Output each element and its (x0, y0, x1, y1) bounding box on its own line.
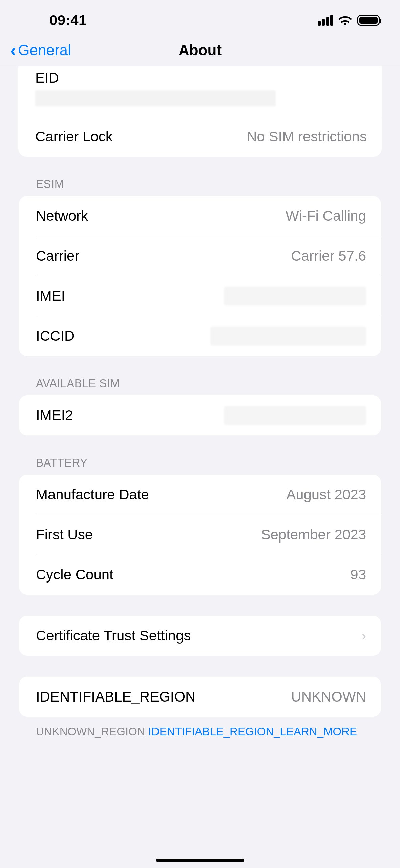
network-value: Wi-Fi Calling (286, 208, 366, 224)
region-footer-prefix: UNKNOWN_REGION (36, 725, 148, 738)
row-network[interactable]: Network Wi-Fi Calling (19, 196, 381, 236)
imei2-label: IMEI2 (36, 407, 73, 423)
about-group-top: EID Carrier Lock No SIM restrictions (18, 66, 382, 157)
status-indicators (318, 15, 380, 26)
chevron-left-icon: ‹ (10, 41, 16, 59)
region-label: IDENTIFIABLE_REGION (36, 689, 195, 705)
home-indicator[interactable] (156, 859, 244, 862)
wifi-icon (338, 15, 352, 25)
group-available-sim: IMEI2 (19, 395, 381, 435)
section-header-battery: BATTERY (19, 435, 381, 475)
group-region: IDENTIFIABLE_REGION UNKNOWN (19, 677, 381, 717)
carrier-label: Carrier (36, 248, 79, 264)
row-eid[interactable]: EID (18, 66, 382, 117)
group-battery: Manufacture Date August 2023 First Use S… (19, 475, 381, 595)
nav-header: ‹ General About (0, 37, 400, 66)
cycle-count-value: 93 (350, 567, 366, 583)
certificate-trust-label: Certificate Trust Settings (36, 628, 191, 644)
status-time: 09:41 (49, 12, 87, 28)
group-esim: Network Wi-Fi Calling Carrier Carrier 57… (19, 196, 381, 356)
row-carrier[interactable]: Carrier Carrier 57.6 (19, 236, 381, 276)
cellular-signal-icon (318, 15, 333, 26)
section-header-available-sim: AVAILABLE SIM (19, 356, 381, 395)
cycle-count-label: Cycle Count (36, 567, 113, 583)
region-learn-more-link[interactable]: IDENTIFIABLE_REGION_LEARN_MORE (148, 725, 357, 738)
row-imei[interactable]: IMEI (19, 276, 381, 316)
region-value: UNKNOWN (291, 689, 366, 705)
imei2-value-redacted (224, 406, 366, 425)
manufacture-date-label: Manufacture Date (36, 487, 149, 503)
region-footer: UNKNOWN_REGION IDENTIFIABLE_REGION_LEARN… (19, 717, 381, 740)
first-use-label: First Use (36, 527, 93, 543)
back-button[interactable]: ‹ General (10, 41, 71, 59)
row-identifiable-region[interactable]: IDENTIFIABLE_REGION UNKNOWN (19, 677, 381, 717)
content: EID Carrier Lock No SIM restrictions ESI… (0, 66, 400, 760)
imei-label: IMEI (36, 288, 65, 304)
back-label: General (18, 42, 71, 59)
carrier-value: Carrier 57.6 (291, 248, 366, 264)
row-carrier-lock[interactable]: Carrier Lock No SIM restrictions (18, 117, 382, 157)
imei-value-redacted (224, 287, 366, 305)
first-use-value: September 2023 (261, 527, 366, 543)
iccid-value-redacted (210, 327, 366, 346)
row-cycle-count[interactable]: Cycle Count 93 (19, 555, 381, 595)
eid-value-redacted (35, 90, 276, 106)
eid-label: EID (35, 70, 59, 86)
manufacture-date-value: August 2023 (286, 487, 366, 503)
network-label: Network (36, 208, 88, 224)
battery-icon (357, 15, 380, 26)
iccid-label: ICCID (36, 328, 75, 344)
row-imei2[interactable]: IMEI2 (19, 395, 381, 435)
row-iccid[interactable]: ICCID (19, 316, 381, 356)
section-header-esim: ESIM (19, 157, 381, 196)
carrier-lock-label: Carrier Lock (35, 129, 113, 145)
status-bar: 09:41 (0, 0, 400, 37)
group-certificate-trust: Certificate Trust Settings › (19, 616, 381, 656)
chevron-right-icon: › (362, 628, 366, 644)
carrier-lock-value: No SIM restrictions (247, 129, 367, 145)
row-manufacture-date[interactable]: Manufacture Date August 2023 (19, 475, 381, 515)
row-first-use[interactable]: First Use September 2023 (19, 515, 381, 555)
row-certificate-trust-settings[interactable]: Certificate Trust Settings › (19, 616, 381, 656)
